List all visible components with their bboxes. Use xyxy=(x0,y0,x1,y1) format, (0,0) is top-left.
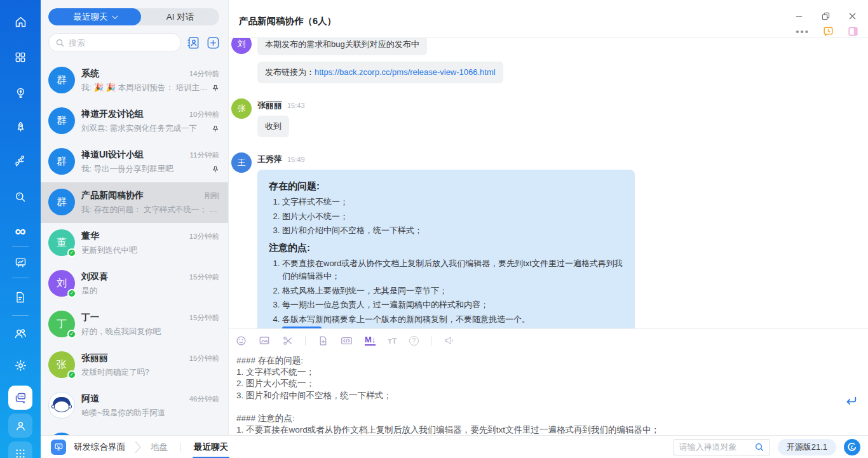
help-icon[interactable]: ? xyxy=(409,336,419,346)
chat-name: 阿道 xyxy=(81,393,189,405)
markdown-toggle[interactable]: M↓ xyxy=(365,335,376,346)
chat-item-liushuangxi[interactable]: 刘✓ 刘双喜15分钟前 是的 xyxy=(41,264,228,304)
chat-name: 系统 xyxy=(81,68,189,79)
sender-avatar[interactable]: 刘 xyxy=(231,38,252,54)
chat-time: 11分钟前 xyxy=(190,151,219,160)
online-status-badge: ✓ xyxy=(67,289,76,298)
apps-icon[interactable] xyxy=(9,46,32,69)
message-input[interactable]: #### 存在的问题: 1. 文字样式不统一； 2. 图片大小不统一； 3. 图… xyxy=(229,352,868,435)
chat-time: 14分钟前 xyxy=(189,69,219,79)
workspace-icon[interactable] xyxy=(51,440,66,455)
chat-item-press-release[interactable]: 群 产品新闻稿协作刚刚 我: 存在的问题： 文字样式不统一； 图... xyxy=(41,182,228,223)
version-badge[interactable]: 开源版21.1 xyxy=(778,439,836,455)
chat-preview: 我: 导出一份分享到群里吧 xyxy=(81,164,208,175)
tab-ai-chat[interactable]: AI 对话 xyxy=(141,11,219,23)
workspace-name[interactable]: 研发综合界面 xyxy=(74,441,125,453)
attach-file-icon[interactable] xyxy=(318,335,329,346)
zentao-object-input[interactable] xyxy=(679,442,750,452)
infinity-icon[interactable]: ∞ xyxy=(9,220,32,243)
bottom-bar: 研发综合界面 地盘 最近聊天 开源版21.1 xyxy=(41,435,868,458)
search-icon[interactable] xyxy=(754,442,764,452)
chat-preview: 发版时间确定了吗? xyxy=(81,367,219,378)
send-enter-icon[interactable] xyxy=(844,395,858,410)
group-avatar: 群 xyxy=(48,189,75,215)
contacts-icon[interactable] xyxy=(8,414,32,438)
restore-button[interactable] xyxy=(821,11,830,20)
tab-dashboard[interactable]: 地盘 xyxy=(151,441,168,453)
message-bubble: 本期发布的需求和bug关联到对应的发布中 xyxy=(257,38,427,55)
chat-preview: 是的 xyxy=(81,286,219,297)
user-avatar: 丁✓ xyxy=(48,311,75,337)
composer-toolbar: M↓ тT ? xyxy=(229,329,868,352)
minimize-button[interactable] xyxy=(794,11,803,20)
chat-time: 15分钟前 xyxy=(189,354,219,363)
home-icon[interactable] xyxy=(9,10,32,33)
runner-icon[interactable] xyxy=(9,150,32,173)
message-scroll-area[interactable]: 刘 本期发布的需求和bug关联到对应的发布中 发布链接为：https://bac… xyxy=(229,38,868,328)
side-panel-icon[interactable] xyxy=(847,25,859,37)
rail-divider xyxy=(12,278,29,278)
image-icon[interactable] xyxy=(259,335,270,346)
left-rail: ∞ 王 ✓ xyxy=(0,0,41,458)
release-link[interactable]: https://back.zcorp.cc/pms/release-view-1… xyxy=(315,67,496,77)
header-tools: ••• xyxy=(796,25,859,37)
chat-item-ui-group[interactable]: 群 禅道UI设计小组11分钟前 我: 导出一份分享到群里吧 xyxy=(41,142,228,182)
message: 刘 本期发布的需求和bug关联到对应的发布中 发布链接为：https://bac… xyxy=(231,38,868,90)
lightbulb-icon[interactable] xyxy=(9,81,32,104)
chat-item-donghua[interactable]: 董✓ 董华13分钟前 更新到迭代中吧 xyxy=(41,223,228,264)
toolbar-divider xyxy=(305,336,306,346)
chat-name: 张丽丽 xyxy=(81,353,189,364)
emoji-icon[interactable] xyxy=(236,335,247,346)
message-time: 15:43 xyxy=(287,102,305,109)
issues-list: 文字样式不统一； 图片大小不统一； 图片和介绍中间不空格，统一下样式； xyxy=(269,196,623,238)
zentao-logo-icon[interactable] xyxy=(844,439,860,455)
chat-item-adao[interactable]: 阿道46分钟前 哈喽~我是你的助手阿道 xyxy=(41,386,228,426)
chat-item-partial[interactable] xyxy=(41,426,228,435)
tab-recent-label: 最近聊天 xyxy=(74,11,108,23)
close-button[interactable] xyxy=(848,11,857,20)
tab-recent-chats-bottom[interactable]: 最近聊天 xyxy=(194,441,228,453)
chat-item-dingyi[interactable]: 丁✓ 丁一15分钟前 好的，晚点我回复你吧 xyxy=(41,304,228,345)
rail-divider xyxy=(12,246,29,247)
chat-header: 产品新闻稿协作（6人） ••• xyxy=(229,0,868,38)
messenger-icon[interactable] xyxy=(8,386,32,410)
sender-avatar[interactable]: 张 xyxy=(231,98,252,119)
message-time: 15:49 xyxy=(287,156,305,163)
add-chat-icon[interactable] xyxy=(206,36,220,50)
search-row xyxy=(48,33,220,52)
chat-item-dev-group[interactable]: 群 禅道开发讨论组10分钟前 刘双喜: 需求实例化任务完成一下 xyxy=(41,101,228,142)
screenshot-scissors-icon[interactable] xyxy=(282,335,293,346)
settings-gear-icon[interactable] xyxy=(9,354,32,377)
chat-search-input[interactable] xyxy=(69,38,174,48)
code-icon[interactable] xyxy=(341,335,353,346)
bot-avatar xyxy=(48,392,75,419)
chat-main: 产品新闻稿协作（6人） ••• xyxy=(229,0,868,435)
chat-item-system[interactable]: 群 系统14分钟前 我: 🎉 🎉 本周培训预告： 培训主题： ... xyxy=(41,60,228,101)
font-size-icon[interactable]: тT xyxy=(388,336,397,346)
sender-avatar[interactable]: 王 xyxy=(231,152,252,173)
zentao-object-search[interactable] xyxy=(674,439,770,455)
tab-recent-chats[interactable]: 最近聊天 xyxy=(48,8,141,25)
tab-ai-label: AI 对话 xyxy=(166,12,194,22)
chat-search-box[interactable] xyxy=(48,33,181,52)
chat-time: 15分钟前 xyxy=(189,273,219,282)
window-controls xyxy=(794,11,857,20)
toolbar-divider xyxy=(431,336,431,346)
rocket-icon[interactable] xyxy=(9,116,32,138)
chat-preview: 哈喽~我是你的助手阿道 xyxy=(81,408,219,419)
document-icon[interactable] xyxy=(9,286,32,309)
tab-divider xyxy=(180,443,181,452)
more-apps-icon[interactable] xyxy=(8,441,32,458)
search-icon[interactable] xyxy=(9,185,32,208)
chat-name: 丁一 xyxy=(81,312,189,323)
dashboard-icon[interactable] xyxy=(9,251,32,274)
team-icon[interactable] xyxy=(9,322,32,345)
reminder-clock-icon[interactable] xyxy=(822,25,834,37)
address-book-icon[interactable] xyxy=(186,36,201,50)
list-item: 图片大小不统一； xyxy=(282,210,623,224)
list-item: 格式风格上要做到统一，尤其是同一章节下； xyxy=(282,285,623,298)
more-options-icon[interactable]: ••• xyxy=(796,29,810,35)
announcement-icon[interactable] xyxy=(444,335,455,346)
chat-item-zhanglili[interactable]: 张✓ 张丽丽15分钟前 发版时间确定了吗? xyxy=(41,345,228,386)
list-item: 图片和介绍中间不空格，统一下样式； xyxy=(282,224,623,238)
